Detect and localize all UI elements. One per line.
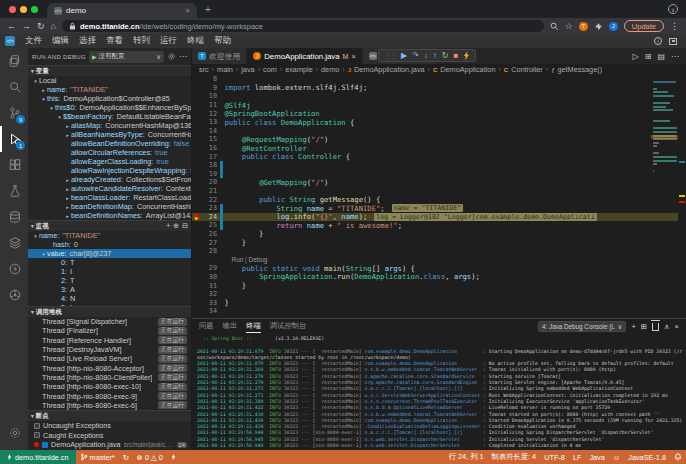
- twistie-icon[interactable]: ▸: [40, 87, 47, 93]
- remote-targets-icon[interactable]: [0, 282, 28, 308]
- watch-row[interactable]: 1: I: [28, 267, 191, 276]
- hot-code-replace-icon[interactable]: [463, 51, 470, 60]
- thread-row[interactable]: Thread [DestroyJavaVM] 正在运行: [28, 345, 191, 354]
- watch-row[interactable]: ▾ value: char[8]@237: [28, 249, 191, 258]
- variable-row[interactable]: allowBeanDefinitionOverriding: false: [28, 139, 191, 148]
- maximize-panel-icon[interactable]: ∧: [664, 322, 670, 331]
- code-line[interactable]: 34: [192, 307, 686, 316]
- breakpoint-row[interactable]: Uncaught Exceptions: [28, 421, 191, 431]
- code-line[interactable]: ▶24 log.info("{}", name);log = Logger@10…: [192, 213, 686, 222]
- thread-row[interactable]: Thread [http-nio-8080-exec-9] 正在运行: [28, 391, 191, 400]
- database-icon[interactable]: [0, 204, 28, 230]
- variable-row[interactable]: ▸ beanDefinitionMap: ConcurrentHashMap@1…: [28, 202, 191, 211]
- variable-row[interactable]: ▸ aliasMap: ConcurrentHashMap@136 size=1: [28, 121, 191, 130]
- variable-row[interactable]: ▸ beanClassLoader: RestartClassLoader@54…: [28, 193, 191, 202]
- indentation[interactable]: 制表符长度: 4: [488, 452, 541, 462]
- launch-config-select[interactable]: ▶ 没有配置 ∨: [89, 51, 164, 63]
- menu-item[interactable]: 终端: [182, 35, 209, 47]
- explorer-icon[interactable]: [0, 48, 28, 74]
- code-editor[interactable]: 89import lombok.extern.slf4j.Slf4j;1011@…: [192, 75, 686, 318]
- breadcrumb-item[interactable]: › main: [212, 65, 233, 74]
- overview-ruler[interactable]: [678, 75, 686, 318]
- browser-tab[interactable]: </> demo ×: [47, 3, 197, 18]
- bookmark-star-icon[interactable]: ☆: [565, 21, 573, 31]
- twistie-icon[interactable]: ▸: [64, 123, 71, 129]
- breakpoint-row[interactable]: Caught Exceptions: [28, 431, 191, 441]
- twistie-icon[interactable]: ▸: [64, 195, 71, 201]
- close-panel-icon[interactable]: ×: [675, 322, 679, 331]
- editor-tab[interactable]: J DemoApplication.java M ×: [247, 48, 363, 64]
- panel-tab[interactable]: 终端: [246, 319, 261, 333]
- close-tab-icon[interactable]: ×: [351, 52, 355, 61]
- breadcrumb-item[interactable]: › java: [236, 65, 255, 74]
- editor-tab[interactable]: T 欢迎使用: [192, 48, 247, 64]
- layers-icon[interactable]: [0, 230, 28, 256]
- minimize-window-button[interactable]: [20, 6, 27, 13]
- panel-tab[interactable]: 输出: [223, 319, 238, 333]
- breakpoint-checkbox[interactable]: [34, 432, 40, 438]
- split-terminal-icon[interactable]: ⊞: [641, 322, 647, 331]
- variable-row[interactable]: ▸ alreadyCreated: Collections$SetFromMap…: [28, 175, 191, 184]
- refresh-watch-icon[interactable]: ⊕: [173, 222, 179, 230]
- feedback-smiley-icon[interactable]: ☺: [609, 453, 624, 462]
- variable-row[interactable]: allowCircularReferences: true: [28, 148, 191, 157]
- maximize-window-button[interactable]: [31, 6, 38, 13]
- codelens-run-debug[interactable]: Run | Debug: [225, 256, 268, 263]
- code-line[interactable]: 29 public static void main(String[] args…: [192, 264, 686, 273]
- menu-item[interactable]: 帮助: [209, 35, 236, 47]
- watch-row[interactable]: 2: T: [28, 276, 191, 285]
- git-branch-item[interactable]: master*: [76, 453, 119, 462]
- variable-row[interactable]: ▸ autowireCandidateResolver: ContextAnno…: [28, 184, 191, 193]
- extensions-icon[interactable]: [0, 152, 28, 178]
- breadcrumb-item[interactable]: › C DemoApplication: [428, 65, 496, 74]
- thread-row[interactable]: Thread [Live Reload Server] 正在运行: [28, 354, 191, 363]
- breadcrumb-item[interactable]: › example: [280, 65, 313, 74]
- variable-row[interactable]: ▾ this$0: DemoApplication$$EnhancerBySpr…: [28, 103, 191, 112]
- breakpoint-row[interactable]: DemoApplication.java src/main/java/com/e…: [28, 440, 191, 450]
- test-flask-icon[interactable]: [0, 178, 28, 204]
- watch-row[interactable]: 3: A: [28, 285, 191, 294]
- variable-row[interactable]: ▾ $$beanFactory: DefaultListableBeanFact…: [28, 112, 191, 121]
- code-line[interactable]: 31 }: [192, 281, 686, 290]
- code-line[interactable]: 19: [192, 170, 686, 179]
- code-line[interactable]: 21: [192, 187, 686, 196]
- manage-gear-icon[interactable]: [0, 420, 28, 446]
- callstack-header[interactable]: ▾ 调用堆栈: [28, 307, 191, 317]
- more-actions-icon[interactable]: ⋯: [671, 52, 679, 61]
- variable-row[interactable]: ▾ Local: [28, 76, 191, 85]
- breadcrumb-item[interactable]: › J DemoApplication.java: [342, 65, 424, 74]
- close-window-button[interactable]: [9, 6, 16, 13]
- collapse-all-icon[interactable]: ⊟: [182, 222, 188, 230]
- code-line[interactable]: 30 SpringApplication.run(DemoApplication…: [192, 273, 686, 282]
- breadcrumb-item[interactable]: › C Controller: [498, 65, 542, 74]
- twistie-icon[interactable]: ▾: [32, 78, 39, 84]
- thread-row[interactable]: Thread [Signal Dispatcher] 正在运行: [28, 317, 191, 326]
- back-icon[interactable]: ←: [7, 21, 16, 31]
- address-bar[interactable]: demo.titanide.cn/ide/web/coding/demo/my-…: [62, 20, 544, 32]
- problems-item[interactable]: ⊗ 0 △ 0: [133, 453, 167, 462]
- minimap[interactable]: [653, 77, 677, 178]
- variables-header[interactable]: ▾ 变量: [28, 66, 191, 76]
- sync-icon[interactable]: ↻: [119, 453, 133, 462]
- code-line[interactable]: 13public class DemoApplication {: [192, 118, 686, 127]
- terminal-output[interactable]: :: Spring Boot :: (v2.3.10.RELEASE) 2021…: [192, 333, 686, 450]
- add-watch-icon[interactable]: +: [166, 222, 170, 230]
- twistie-icon[interactable]: ▾: [40, 251, 47, 257]
- run-debug-icon[interactable]: 1: [0, 126, 28, 152]
- new-terminal-icon[interactable]: +: [631, 322, 635, 331]
- panel-tab[interactable]: 调试控制台: [270, 319, 306, 333]
- code-line[interactable]: 10: [192, 92, 686, 101]
- thread-row[interactable]: Thread [http-nio-8080-ClientPoller] 正在运行: [28, 373, 191, 382]
- step-over-icon[interactable]: ↷: [412, 51, 419, 60]
- step-out-icon[interactable]: ↑: [433, 51, 437, 60]
- views-more-icon[interactable]: ⋯: [179, 52, 187, 61]
- code-line[interactable]: 33}: [192, 298, 686, 307]
- code-line[interactable]: 32: [192, 290, 686, 299]
- twistie-icon[interactable]: ▾: [32, 233, 39, 239]
- thread-row[interactable]: Thread [http-nio-8080-Acceptor] 正在运行: [28, 363, 191, 372]
- home-icon[interactable]: ⌂: [51, 21, 56, 31]
- breadcrumb-item[interactable]: › src: [199, 65, 209, 74]
- code-line[interactable]: 11@Slf4j: [192, 101, 686, 110]
- cursor-position[interactable]: 行 24, 列 1: [445, 452, 488, 462]
- update-button[interactable]: Update: [624, 20, 664, 32]
